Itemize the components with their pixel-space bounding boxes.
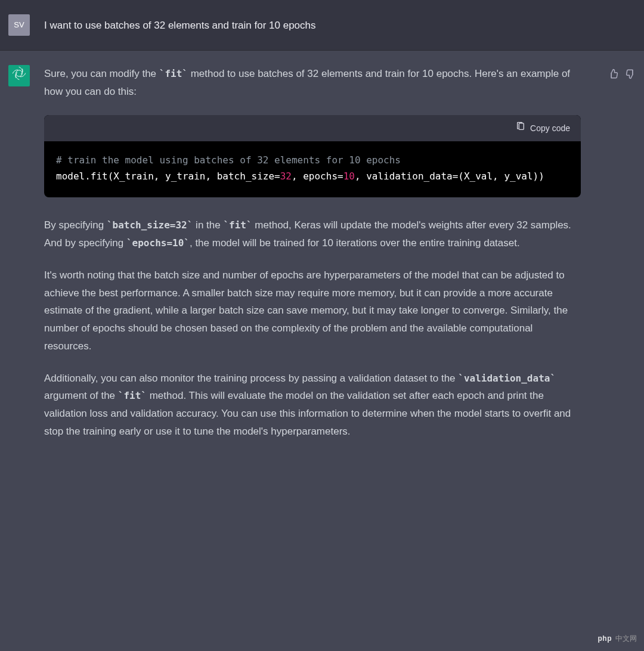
code-content[interactable]: # train the model using batches of 32 el…: [44, 141, 581, 197]
assistant-paragraph: By specifying `batch_size=32` in the `fi…: [44, 216, 581, 252]
code-block: Copy code # train the model using batche…: [44, 115, 581, 198]
text: , the model will be trained for 10 itera…: [190, 237, 520, 249]
text: Sure, you can modify the: [44, 68, 159, 79]
code-number: 32: [280, 170, 292, 182]
user-message-text: I want to use batches of 32 elements and…: [44, 14, 586, 36]
user-message: SV I want to use batches of 32 elements …: [0, 0, 644, 51]
text: in the: [193, 219, 223, 231]
assistant-content: Sure, you can modify the `fit` method to…: [44, 65, 586, 441]
thumbs-down-icon[interactable]: [625, 67, 636, 441]
assistant-paragraph: It's worth noting that the batch size an…: [44, 266, 581, 355]
clipboard-icon: [516, 121, 525, 136]
text: argument of the: [44, 390, 118, 401]
text: Additionally, you can also monitor the t…: [44, 373, 458, 384]
code-number: 10: [343, 170, 355, 182]
inline-code: `batch_size=32`: [107, 219, 193, 231]
code-block-header: Copy code: [44, 115, 581, 142]
feedback-buttons: [600, 65, 636, 441]
copy-code-label: Copy code: [530, 121, 570, 136]
assistant-message: Sure, you can modify the `fit` method to…: [0, 51, 644, 460]
spacer: [600, 14, 636, 36]
user-avatar: SV: [8, 14, 30, 36]
svg-point-0: [16, 70, 23, 77]
assistant-avatar: [8, 65, 30, 86]
assistant-paragraph: Additionally, you can also monitor the t…: [44, 370, 581, 441]
assistant-paragraph: Sure, you can modify the `fit` method to…: [44, 65, 581, 101]
code-text: , epochs=: [292, 170, 343, 182]
inline-code: `epochs=10`: [126, 237, 190, 249]
inline-code: `fit`: [223, 219, 252, 231]
copy-code-button[interactable]: Copy code: [516, 121, 570, 136]
code-comment: # train the model using batches of 32 el…: [56, 154, 401, 166]
inline-code: `fit`: [118, 390, 147, 401]
code-text: model.fit(X_train, y_train, batch_size=: [56, 170, 280, 182]
svg-rect-1: [519, 123, 524, 129]
user-avatar-initials: SV: [14, 18, 24, 32]
inline-code: `fit`: [159, 68, 188, 79]
thumbs-up-icon[interactable]: [608, 67, 619, 441]
inline-code: `validation_data`: [458, 373, 556, 384]
code-text: , validation_data=(X_val, y_val)): [355, 170, 544, 182]
openai-logo-icon: [12, 66, 26, 85]
text: By specifying: [44, 219, 107, 231]
